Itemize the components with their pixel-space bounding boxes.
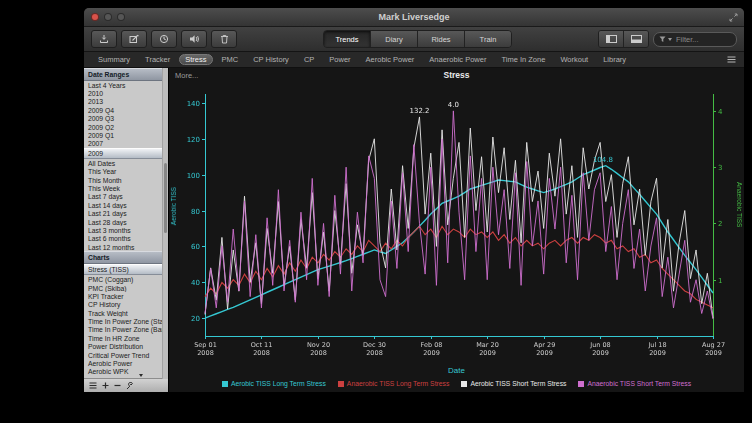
sidebar-chevron-icon[interactable] (139, 377, 143, 395)
sidebar-item[interactable]: Stress (TISS) (84, 264, 168, 275)
sidebar-item[interactable]: Aerobic WPK (84, 368, 168, 376)
sidebar-item[interactable]: This Week (84, 184, 168, 192)
download-activity-button[interactable] (91, 30, 117, 48)
window-controls (91, 13, 125, 21)
tab-aerobic-power[interactable]: Aerobic Power (360, 54, 421, 65)
sidebar-item[interactable]: Critical Power Trend (84, 351, 168, 359)
chart-canvas-wrap: Aerobic TISS Anaerobic TISS (169, 82, 744, 366)
filter-chevron-icon[interactable] (668, 38, 672, 41)
sidebar-menu-icon[interactable] (89, 382, 97, 389)
sidebar-item[interactable]: Last 12 months (84, 243, 168, 251)
sidebar-item[interactable]: Time In Power Zone (Stacked) (84, 317, 168, 325)
chart-title: Stress (444, 70, 470, 80)
tab-power[interactable]: Power (323, 54, 356, 65)
sidebar-item[interactable]: Time In Power Zone (Bar) (84, 326, 168, 334)
remove-icon[interactable] (114, 382, 121, 389)
sidebar-item[interactable]: Last 7 days (84, 193, 168, 201)
panel-left-icon (606, 35, 617, 43)
legend-item[interactable]: Aerobic TISS Short Term Stress (461, 380, 566, 387)
tab-cp[interactable]: CP (298, 54, 320, 65)
sidebar-item[interactable]: 2007 (84, 140, 168, 148)
chart-tabbar-row: SummaryTrackerStressPMCCP HistoryCPPower… (84, 52, 744, 68)
sidebar-item[interactable]: Last 28 days (84, 218, 168, 226)
sidebar-toggle-button[interactable] (599, 31, 624, 47)
chart-header: More... Stress (169, 68, 744, 82)
view-tab-rides[interactable]: Rides (418, 31, 465, 47)
tab-time-in-zone[interactable]: Time In Zone (495, 54, 551, 65)
sidebar-item[interactable]: Last 3 months (84, 226, 168, 234)
sidebar-item[interactable]: Last 14 days (84, 201, 168, 209)
sidebar-item[interactable]: Last 4 Years (84, 81, 168, 89)
filter-input[interactable] (674, 34, 731, 45)
legend-item[interactable]: Aerobic TISS Long Term Stress (222, 380, 326, 387)
filter-funnel-icon[interactable] (659, 36, 666, 43)
sidebar-scrollbar-thumb[interactable] (164, 163, 167, 233)
sidebar-item[interactable]: PMC (Coggan) (84, 275, 168, 283)
fullscreen-icon[interactable] (729, 13, 738, 22)
sidebar-item[interactable]: Last 6 months (84, 235, 168, 243)
delete-activity-button[interactable] (211, 30, 237, 48)
audio-button[interactable] (181, 30, 207, 48)
legend-swatch (461, 381, 467, 387)
tab-library[interactable]: Library (597, 54, 632, 65)
sidebar-item[interactable]: This Month (84, 176, 168, 184)
bottombar-toggle-button[interactable] (624, 31, 648, 47)
view-tab-train[interactable]: Train (465, 31, 511, 47)
view-tab-trends[interactable]: Trends (324, 31, 371, 47)
right-axis-title: Anaerobic TISS (736, 182, 743, 227)
tab-stress[interactable]: Stress (179, 54, 212, 65)
legend-label: Anaerobic TISS Short Term Stress (587, 380, 691, 387)
sidebar-item[interactable]: 2009 Q2 (84, 123, 168, 131)
more-link[interactable]: More... (175, 71, 198, 80)
config-wrench-icon[interactable] (126, 382, 134, 390)
sidebar-item[interactable]: PMC (Skiba) (84, 284, 168, 292)
sidebar-item[interactable]: This Year (84, 168, 168, 176)
legend-swatch (222, 381, 228, 387)
sidebar-item[interactable]: 2010 (84, 89, 168, 97)
legend-label: Anaerobic TISS Long Term Stress (347, 380, 450, 387)
legend-item[interactable]: Anaerobic TISS Long Term Stress (338, 380, 450, 387)
sidebar-item[interactable]: 2009 (84, 148, 168, 159)
sidebar-item[interactable]: Power Distribution (84, 343, 168, 351)
sidebar-item[interactable]: All Dates (84, 159, 168, 167)
sidebar-item[interactable]: 2009 Q4 (84, 106, 168, 114)
speaker-icon (189, 34, 200, 44)
view-tab-diary[interactable]: Diary (371, 31, 418, 47)
zoom-button[interactable] (117, 13, 125, 21)
view-switcher: TrendsDiaryRidesTrain (323, 30, 512, 48)
titlebar: Mark Liversedge (84, 8, 744, 27)
sidebar-item[interactable]: KPI Tracker (84, 292, 168, 300)
sidebar-item[interactable]: 2009 Q3 (84, 115, 168, 123)
minimize-button[interactable] (104, 13, 112, 21)
sidebar-item[interactable]: Time In HR Zone (84, 334, 168, 342)
sidebar-item[interactable]: Track Weight (84, 309, 168, 317)
tab-workout[interactable]: Workout (554, 54, 594, 65)
sidebar-item[interactable]: Aerobic Power (84, 359, 168, 367)
tabbar-menu-icon[interactable] (727, 56, 736, 63)
app-window: Mark Liversedge TrendsDiaryRidesTrain (84, 8, 744, 392)
intervals-button[interactable] (151, 30, 177, 48)
manual-entry-button[interactable] (121, 30, 147, 48)
sidebar-section-header: Date Ranges (84, 68, 168, 81)
tab-summary[interactable]: Summary (92, 54, 136, 65)
sidebar-item[interactable]: 2009 Q1 (84, 131, 168, 139)
chart-tabbar: SummaryTrackerStressPMCCP HistoryCPPower… (92, 54, 632, 65)
legend-label: Aerobic TISS Short Term Stress (470, 380, 566, 387)
chart-legend: Aerobic TISS Long Term StressAnaerobic T… (169, 377, 744, 390)
compose-icon (129, 34, 139, 44)
close-button[interactable] (91, 13, 99, 21)
sidebar-item[interactable]: CP History (84, 301, 168, 309)
sidebar-section-header: Charts (84, 251, 168, 264)
sidebar: Date RangesLast 4 Years201020132009 Q420… (84, 68, 168, 392)
tab-tracker[interactable]: Tracker (139, 54, 176, 65)
tab-cp-history[interactable]: CP History (247, 54, 295, 65)
stress-chart-canvas (169, 82, 743, 362)
tab-anaerobic-power[interactable]: Anaerobic Power (423, 54, 492, 65)
sidebar-item[interactable]: Last 21 days (84, 209, 168, 217)
legend-item[interactable]: Anaerobic TISS Short Term Stress (578, 380, 691, 387)
download-icon (99, 34, 109, 44)
main-toolbar: TrendsDiaryRidesTrain (84, 27, 744, 52)
add-icon[interactable] (102, 382, 109, 389)
sidebar-item[interactable]: 2013 (84, 98, 168, 106)
tab-pmc[interactable]: PMC (216, 54, 245, 65)
